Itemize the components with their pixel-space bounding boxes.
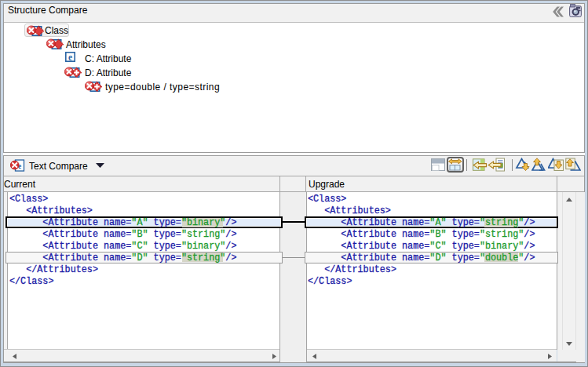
svg-text:e: e [68, 53, 72, 62]
